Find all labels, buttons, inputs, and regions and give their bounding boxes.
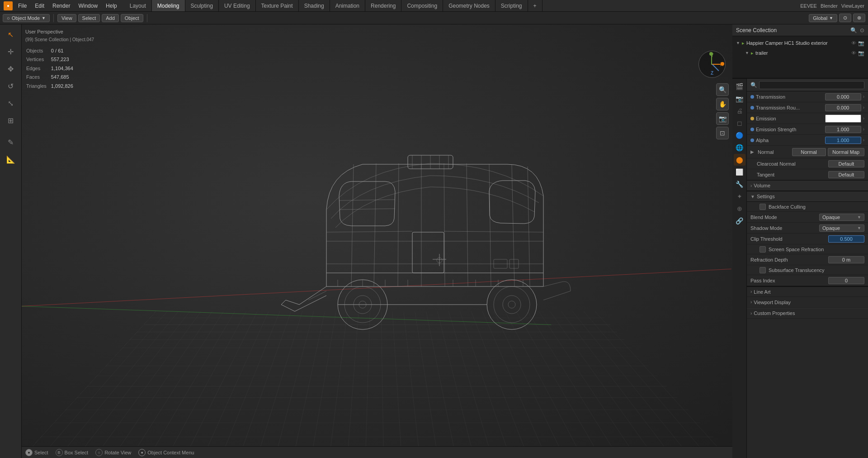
- prop-material-icon[interactable]: ⬤: [734, 154, 745, 166]
- tool-move[interactable]: ✥: [3, 61, 19, 77]
- tab-geometry-nodes[interactable]: Geometry Nodes: [443, 0, 495, 11]
- camera-btn[interactable]: 📷: [716, 112, 729, 125]
- outliner-item-collection[interactable]: ▼ ▸ Happier Camper HC1 Studio exterior 👁…: [732, 38, 868, 48]
- prop-scene-icon[interactable]: 🎬: [734, 81, 745, 92]
- prop-constraints-icon[interactable]: 🔗: [734, 215, 745, 227]
- outliner-search-icon[interactable]: 🔍: [850, 27, 857, 33]
- prop-modifier-icon[interactable]: 🔧: [734, 178, 745, 190]
- item-render-icon[interactable]: 📷: [858, 40, 864, 46]
- tab-layout[interactable]: Layout: [124, 0, 152, 11]
- item2-expand-icon: ▼: [745, 51, 749, 55]
- prop-scene2-icon[interactable]: 🔵: [734, 129, 745, 141]
- prop-object-icon[interactable]: ⬜: [734, 166, 745, 178]
- select-menu[interactable]: Select: [78, 14, 100, 22]
- blend-mode-dropdown[interactable]: Opaque ▼: [819, 214, 864, 221]
- menu-help[interactable]: Help: [102, 2, 121, 10]
- svg-line-1: [374, 163, 376, 286]
- shadow-mode-dropdown[interactable]: Opaque ▼: [819, 224, 864, 232]
- screen-space-refraction-checkbox[interactable]: [760, 246, 766, 253]
- tab-animation[interactable]: Animation: [330, 0, 365, 11]
- zoom-in-btn[interactable]: 🔍: [716, 83, 729, 96]
- hand-btn[interactable]: ✋: [716, 98, 729, 110]
- refraction-depth-label: Refraction Depth: [750, 257, 826, 262]
- tool-scale[interactable]: ⤡: [3, 95, 19, 111]
- blend-mode-label: Blend Mode: [750, 215, 817, 220]
- menu-file[interactable]: File: [14, 2, 30, 10]
- tool-measure[interactable]: 📐: [3, 151, 19, 167]
- menu-edit[interactable]: Edit: [31, 2, 48, 10]
- outliner-item-trailer[interactable]: ▼ ▸ trailer 👁 📷: [732, 48, 868, 58]
- prop-render-icon[interactable]: 📷: [734, 93, 745, 105]
- b-key-icon: B: [56, 449, 63, 456]
- stat-objects-value: 0 / 61: [51, 47, 77, 55]
- viewport-display-section[interactable]: › Viewport Display: [747, 297, 868, 308]
- prop-world-icon[interactable]: 🌐: [734, 142, 745, 153]
- clip-threshold-row: Clip Threshold 0.500: [747, 234, 868, 244]
- transmission-value[interactable]: 0.000: [825, 93, 861, 100]
- subsurface-translucency-checkbox[interactable]: [760, 267, 766, 273]
- tab-compositing[interactable]: Compositing: [401, 0, 443, 11]
- clip-threshold-value[interactable]: 0.500: [828, 235, 864, 243]
- tool-transform[interactable]: ⊞: [3, 112, 19, 129]
- outliner-filter-icon[interactable]: ⊙: [860, 27, 864, 33]
- tab-texture-paint[interactable]: Texture Paint: [256, 0, 299, 11]
- view-menu[interactable]: View: [57, 14, 76, 22]
- volume-section-header[interactable]: › Volume: [747, 180, 868, 191]
- global-selector[interactable]: Global ▼: [809, 14, 837, 22]
- viewport-3d[interactable]: User Perspective (99) Scene Collection |…: [22, 24, 732, 458]
- normal-left-value[interactable]: Normal: [792, 148, 826, 156]
- tab-scripting[interactable]: Scripting: [495, 0, 528, 11]
- viewport-gizmo[interactable]: X Y Z: [698, 51, 726, 78]
- clearcoat-value[interactable]: Default: [828, 160, 864, 167]
- prop-particles-icon[interactable]: ✦: [734, 191, 745, 202]
- prop-output-icon[interactable]: 🖨: [734, 105, 745, 117]
- prop-view-icon[interactable]: ◻: [734, 117, 745, 129]
- proportional-btn[interactable]: ⊗: [853, 14, 865, 22]
- pass-index-value[interactable]: 0: [828, 277, 864, 284]
- refraction-depth-value[interactable]: 0 m: [828, 256, 864, 263]
- status-select[interactable]: ● Select: [25, 449, 48, 456]
- item-visible-icon[interactable]: 👁: [851, 40, 856, 46]
- tool-rotate[interactable]: ↺: [3, 78, 19, 94]
- tab-rendering[interactable]: Rendering: [365, 0, 401, 11]
- normal-expand-arrow[interactable]: ▶: [750, 149, 754, 154]
- item2-visible-icon[interactable]: 👁: [851, 50, 856, 56]
- tool-select[interactable]: ↖: [3, 26, 19, 43]
- object-menu[interactable]: Object: [121, 14, 143, 22]
- line-art-section[interactable]: › Line Art: [747, 286, 868, 297]
- em-strength-value[interactable]: 1.000: [825, 126, 861, 133]
- item-label: Happier Camper HC1 Studio exterior: [746, 40, 828, 46]
- tool-cursor[interactable]: ✛: [3, 43, 19, 60]
- tab-uv-editing[interactable]: UV Editing: [219, 0, 256, 11]
- tab-sculpting[interactable]: Sculpting: [185, 0, 219, 11]
- emission-color-swatch[interactable]: [825, 114, 861, 123]
- status-rotate-view[interactable]: ○ Rotate View: [95, 449, 131, 456]
- prop-transmission-rou: Transmission Rou... 0.000 ›: [747, 102, 868, 113]
- trans-rou-value[interactable]: 0.000: [825, 104, 861, 111]
- menu-window[interactable]: Window: [75, 2, 101, 10]
- item2-render-icon[interactable]: 📷: [858, 50, 864, 56]
- snap-btn[interactable]: ⊙: [839, 14, 851, 22]
- menu-render[interactable]: Render: [49, 2, 74, 10]
- tab-add[interactable]: +: [528, 0, 542, 11]
- tab-shading[interactable]: Shading: [299, 0, 330, 11]
- view-type: User Perspective: [25, 28, 94, 36]
- add-menu[interactable]: Add: [102, 14, 119, 22]
- scene-name: Blender: [821, 3, 838, 9]
- status-context-menu[interactable]: ● Object Context Menu: [138, 449, 194, 456]
- stat-faces-value: 547,685: [51, 73, 77, 81]
- settings-section-header[interactable]: ▼ Settings: [747, 191, 868, 202]
- status-box-select[interactable]: B Box Select: [56, 449, 89, 456]
- frame-btn[interactable]: ⊡: [716, 127, 729, 139]
- tangent-value[interactable]: Default: [828, 171, 864, 178]
- props-search-input[interactable]: [759, 81, 864, 89]
- tab-modeling[interactable]: Modeling: [152, 0, 185, 11]
- clearcoat-label: Clearcoat Normal: [750, 161, 826, 167]
- tool-annotate[interactable]: ✎: [3, 134, 19, 150]
- prop-physics-icon[interactable]: ⊕: [734, 203, 745, 215]
- alpha-value[interactable]: 1.000: [825, 137, 861, 144]
- backface-culling-checkbox[interactable]: [760, 204, 766, 210]
- normal-right-value[interactable]: Normal Map: [828, 148, 865, 156]
- custom-properties-section[interactable]: › Custom Properties: [747, 308, 868, 319]
- mode-selector[interactable]: ○ Object Mode ▼: [3, 14, 50, 22]
